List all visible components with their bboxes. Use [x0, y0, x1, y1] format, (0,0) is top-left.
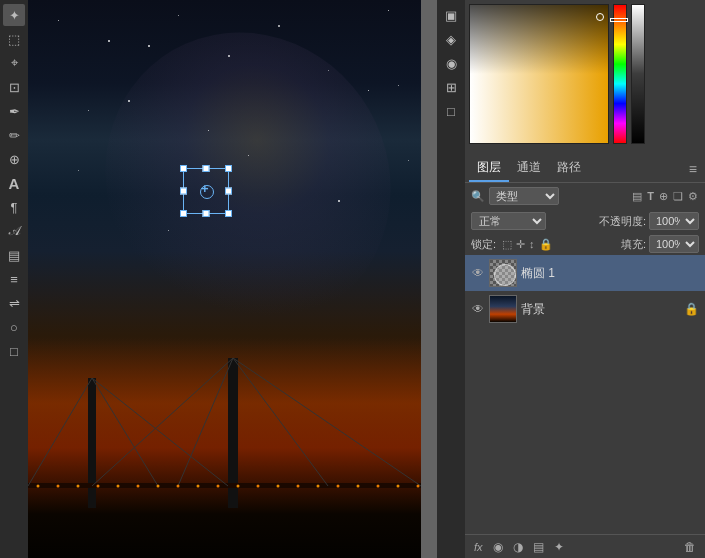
svg-point-17: [177, 485, 180, 488]
panel-menu-icon[interactable]: ≡: [685, 159, 701, 179]
svg-point-26: [357, 485, 360, 488]
lock-pixel-icon[interactable]: ⬚: [502, 238, 512, 251]
svg-point-11: [57, 485, 60, 488]
layer-thumb-background: [489, 295, 517, 323]
layer-eye-ellipse[interactable]: 👁: [471, 266, 485, 280]
crop-tool[interactable]: ⊡: [3, 76, 25, 98]
layer-type-select[interactable]: 类型: [489, 187, 559, 205]
transform-handle-top[interactable]: [203, 165, 210, 172]
gradient-tool[interactable]: ≡: [3, 268, 25, 290]
transform-handle-right[interactable]: [225, 188, 232, 195]
transform-corner-tr[interactable]: [225, 165, 232, 172]
clone-tool[interactable]: ⊕: [3, 148, 25, 170]
color-spectrum[interactable]: [613, 4, 627, 144]
spectrum-handle[interactable]: [610, 18, 628, 22]
color-picker[interactable]: [465, 0, 705, 155]
layer-name-ellipse: 椭圆 1: [521, 265, 699, 282]
blend-mode-select[interactable]: 正常: [471, 212, 546, 230]
delete-layer-button[interactable]: 🗑: [681, 538, 699, 556]
tab-channels[interactable]: 通道: [509, 155, 549, 182]
svg-point-18: [197, 485, 200, 488]
adjustment-button[interactable]: ◑: [510, 538, 526, 556]
bridge-svg: [28, 338, 421, 558]
color-opacity-bar[interactable]: [631, 4, 645, 144]
svg-point-19: [217, 485, 220, 488]
svg-line-4: [92, 378, 158, 486]
text-tool[interactable]: A: [3, 172, 25, 194]
lock-artboard-icon[interactable]: ↕: [529, 238, 535, 251]
canvas-area[interactable]: [28, 0, 437, 558]
lasso-tool[interactable]: ⌖: [3, 52, 25, 74]
filter-shape-icon[interactable]: ⊕: [658, 189, 669, 204]
filter-adj-icon[interactable]: ⚙: [687, 189, 699, 204]
path-tool[interactable]: ¶: [3, 196, 25, 218]
lock-label: 锁定:: [471, 237, 496, 252]
color-cursor: [596, 13, 604, 21]
transform-handle-left[interactable]: [180, 188, 187, 195]
transform-center[interactable]: [200, 185, 212, 197]
bridge-area: [28, 338, 421, 558]
layer-lock-icon: 🔒: [684, 302, 699, 316]
lock-all-icon[interactable]: 🔒: [539, 238, 553, 251]
blend-mode-row: 正常 不透明度: 100%: [465, 209, 705, 233]
fx-button[interactable]: fx: [471, 539, 486, 555]
svg-point-14: [117, 485, 120, 488]
opacity-select[interactable]: 100%: [649, 212, 699, 230]
svg-line-7: [178, 358, 233, 486]
erase-tool[interactable]: ○: [3, 316, 25, 338]
opacity-label: 不透明度:: [599, 214, 646, 229]
layer-eye-background[interactable]: 👁: [471, 302, 485, 316]
lock-icons: ⬚ ✛ ↕ 🔒: [502, 238, 553, 251]
filter-smart-icon[interactable]: ❏: [672, 189, 684, 204]
transform-corner-br[interactable]: [225, 210, 232, 217]
color-gradient[interactable]: [469, 4, 609, 144]
svg-point-12: [77, 485, 80, 488]
svg-point-16: [157, 485, 160, 488]
eyedropper-tool[interactable]: ✒: [3, 100, 25, 122]
svg-line-9: [233, 358, 328, 486]
tab-paths[interactable]: 路径: [549, 155, 589, 182]
select-tool[interactable]: ⬚: [3, 28, 25, 50]
svg-point-20: [237, 485, 240, 488]
layer-filter-icons: ▤ T ⊕ ❏ ⚙: [631, 189, 699, 204]
right-panel: 图层 通道 路径 ≡ 🔍 类型 ▤ T ⊕ ❏ ⚙ 正常 不透明度: 100%: [465, 0, 705, 558]
layers-list: 👁 椭圆 1 👁 背景 🔒: [465, 255, 705, 534]
layers-bottom: fx ◉ ◑ ▤ ✦ 🗑: [465, 534, 705, 558]
new-layer-button[interactable]: ✦: [551, 538, 567, 556]
transform-corner-bl[interactable]: [180, 210, 187, 217]
transform-corner-tl[interactable]: [180, 165, 187, 172]
panel-tabs: 图层 通道 路径 ≡: [465, 155, 705, 183]
filter-icon: 🔍: [471, 190, 485, 203]
group-button[interactable]: ▤: [530, 538, 547, 556]
tab-layers[interactable]: 图层: [469, 155, 509, 182]
history-tool[interactable]: ▣: [440, 4, 462, 26]
filter-text-icon[interactable]: T: [646, 189, 655, 204]
layer-filter-row: 🔍 类型 ▤ T ⊕ ❏ ⚙: [465, 183, 705, 209]
lock-row: 锁定: ⬚ ✛ ↕ 🔒 填充: 100%: [465, 233, 705, 255]
fill-select[interactable]: 100%: [649, 235, 699, 253]
svg-point-15: [137, 485, 140, 488]
lock-position-icon[interactable]: ✛: [516, 238, 525, 251]
hand-tool[interactable]: ⇌: [3, 292, 25, 314]
svg-point-29: [417, 485, 420, 488]
brush-tool[interactable]: ✏: [3, 124, 25, 146]
layer-item-background[interactable]: 👁 背景 🔒: [465, 291, 705, 327]
zoom-tool[interactable]: □: [3, 340, 25, 362]
fill-label: 填充:: [621, 237, 646, 252]
transform-handle-bottom[interactable]: [203, 210, 210, 217]
svg-line-5: [92, 378, 228, 486]
add-mask-button[interactable]: ◉: [490, 538, 506, 556]
brush-settings-tool[interactable]: ◈: [440, 28, 462, 50]
svg-point-21: [257, 485, 260, 488]
shape-tool[interactable]: ▤: [3, 244, 25, 266]
layer-item-ellipse[interactable]: 👁 椭圆 1: [465, 255, 705, 291]
move-tool[interactable]: ✦: [3, 4, 25, 26]
grid-tool[interactable]: ⊞: [440, 76, 462, 98]
transform-handle[interactable]: [183, 168, 229, 214]
pen-tool[interactable]: 𝒜: [3, 220, 25, 242]
adjust-tool[interactable]: ◉: [440, 52, 462, 74]
layer-thumb-ellipse: [489, 259, 517, 287]
opacity-row: 不透明度: 100%: [599, 212, 699, 230]
canvas-tool[interactable]: □: [440, 100, 462, 122]
filter-pixel-icon[interactable]: ▤: [631, 189, 643, 204]
